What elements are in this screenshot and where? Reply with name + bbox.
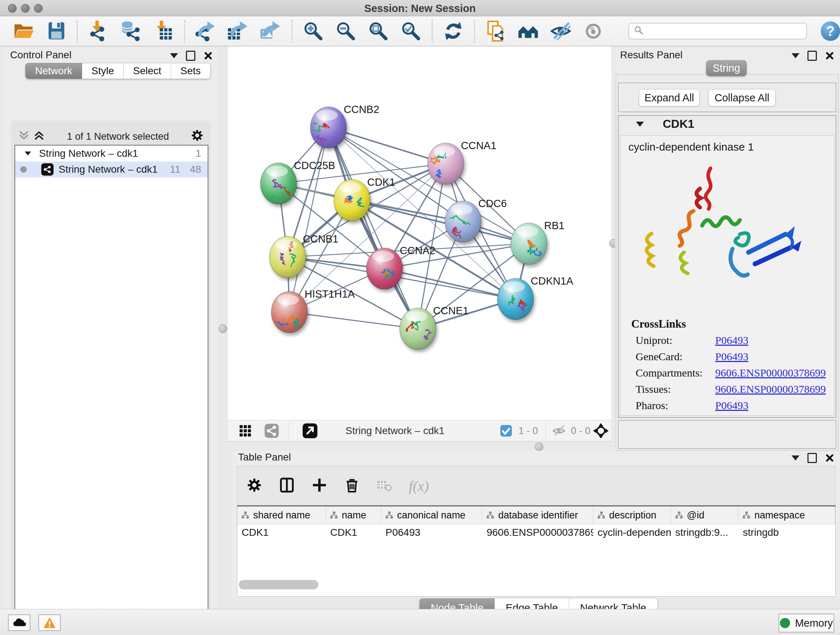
node-CCNE1[interactable]: CCNE1 [400,305,469,349]
left-splitter-grip[interactable] [218,325,227,333]
crosslink-link[interactable]: 9606.ENSP00000378699 [715,383,826,395]
table-panel-close-icon[interactable] [825,454,834,462]
node-CDC25B[interactable]: CDC25B [261,160,335,204]
search-field[interactable] [628,23,807,40]
birdseye-navigator-icon[interactable] [592,423,609,439]
edge-HIST1H1A-CCNE1[interactable] [289,312,418,329]
delete-table-icon-disabled [376,477,393,495]
column-header-description[interactable]: description [593,507,671,524]
table-row[interactable]: CDK1CDK1P064939606.ENSP00000378699cyclin… [237,524,835,541]
refresh-button[interactable] [442,20,464,42]
table-panel-collapse-icon[interactable] [791,455,799,461]
save-icon [46,21,66,42]
tab-sets[interactable]: Sets [171,63,210,79]
tab-select[interactable]: Select [124,63,171,79]
results-panel-close-icon[interactable] [825,51,834,60]
column-header-namespace[interactable]: namespace [738,507,835,524]
clone-network-icon [485,21,506,42]
edge-CCNA2-CDKN1A[interactable] [385,269,515,299]
node-label-CDC6: CDC6 [478,198,507,209]
export-network-button[interactable] [195,20,217,42]
control-panel-title: Control Panel [10,49,72,61]
crosslink-row: Uniprot: P06493 [636,334,831,350]
zoom-fit-icon [368,21,389,42]
export-image-button[interactable] [260,20,282,42]
column-header-label: database identifier [498,510,578,521]
network-canvas[interactable]: CCNB2 CCNA1 CDC25B CDK1 CDC6 RB1 CCNB1 C… [228,46,611,420]
hide-selected-button[interactable] [549,20,572,42]
import-database-button[interactable] [120,20,142,42]
tab-network[interactable]: Network [25,63,82,79]
node-label-CDKN1A: CDKN1A [531,275,573,287]
column-header-databaseidentifier[interactable]: database identifier [482,507,593,524]
edge-CCNB2-HIST1H1A[interactable] [289,127,328,312]
column-header-name[interactable]: name [326,507,381,524]
network-options-gear-icon[interactable] [190,128,204,145]
zoom-out-button[interactable] [335,20,357,42]
tab-style[interactable]: Style [82,63,124,79]
clone-network-button[interactable] [485,20,507,42]
show-all-button[interactable] [582,20,605,42]
crosslink-link[interactable]: P06493 [715,334,748,347]
hidden-eye-slash-icon[interactable] [552,423,566,439]
crosslink-label: Compartments: [636,367,703,379]
memory-button[interactable]: Memory [778,614,834,632]
show-columns-icon[interactable] [279,477,295,495]
node-RB1[interactable]: RB1 [511,220,564,264]
selected-checkbox-icon[interactable] [500,423,512,439]
cloud-status-button[interactable] [8,614,30,631]
column-header-sharedname[interactable]: shared name [237,507,326,524]
open-view-in-window-icon[interactable] [302,423,318,439]
network-row[interactable]: String Network – cdk1 11 48 [15,162,208,177]
control-panel-collapse-icon[interactable] [170,53,178,58]
column-header-label: name [342,510,366,521]
import-network-button[interactable] [87,20,110,42]
help-button[interactable]: ? [821,21,840,41]
crosslink-link[interactable]: P06493 [715,350,748,363]
grid-view-icon[interactable] [238,423,253,439]
column-type-icon [597,511,606,519]
node-CCNB1[interactable]: CCNB1 [270,233,338,278]
control-panel-close-icon[interactable] [203,51,212,60]
crosslink-label: Pharos: [636,399,668,412]
expand-all-networks-icon[interactable] [33,129,46,144]
zoom-fit-button[interactable] [367,20,390,42]
crosslink-link[interactable]: 9606.ENSP00000378699 [715,367,826,379]
column-header-id[interactable]: @id [671,507,739,524]
control-panel-float-icon[interactable] [186,51,195,61]
main-toolbar: ? [0,16,840,46]
open-button[interactable] [12,20,35,42]
network-node-count: 11 [170,164,180,175]
save-button[interactable] [45,20,67,42]
node-CCNA1[interactable]: CCNA1 [428,140,496,184]
collection-expand-icon[interactable] [25,151,31,155]
expand-all-button[interactable]: Expand All [639,89,699,106]
import-table-button[interactable] [152,20,175,42]
export-table-button[interactable] [227,20,249,42]
table-panel-float-icon[interactable] [807,453,817,463]
node-HIST1H1A[interactable]: HIST1H1A [271,288,355,333]
node-CDKN1A[interactable]: CDKN1A [497,275,573,320]
column-header-canonicalname[interactable]: canonical name [381,507,483,524]
first-neighbors-button[interactable] [517,20,539,42]
search-input[interactable] [644,25,806,37]
add-column-icon[interactable] [311,477,328,495]
results-panel-collapse-icon[interactable] [791,53,799,58]
gene-entry-collapse-icon[interactable] [636,122,644,127]
table-options-gear-icon[interactable] [246,477,263,495]
crosslink-link[interactable]: P06493 [715,399,748,412]
collapse-all-button[interactable]: Collapse All [708,89,775,106]
zoom-selected-button[interactable] [400,20,422,42]
network-view-icon[interactable] [264,423,279,439]
results-panel-float-icon[interactable] [807,51,817,61]
table-horizontal-scrollbar[interactable] [239,580,318,589]
network-collection-row[interactable]: String Network – cdk1 1 [15,146,208,162]
collapse-all-networks-icon[interactable] [17,129,30,144]
column-header-label: description [609,510,657,521]
horizontal-splitter-grip[interactable] [535,442,543,451]
zoom-in-button[interactable] [302,20,325,42]
warnings-button[interactable] [38,614,61,631]
node-CCNB2[interactable]: CCNB2 [310,103,379,150]
delete-column-icon[interactable] [344,477,360,495]
tab-string[interactable]: String [706,60,747,76]
